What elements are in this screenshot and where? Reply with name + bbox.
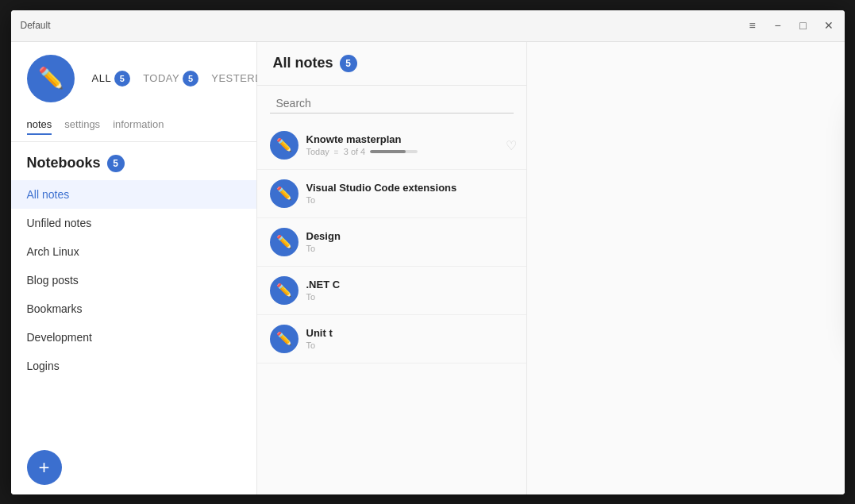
sidebar-item-development[interactable]: Development — [11, 323, 256, 352]
note-date-3: To — [306, 292, 316, 302]
tab-information[interactable]: information — [113, 118, 164, 135]
filter-tab-today[interactable]: TODAY 5 — [137, 67, 205, 90]
filter-tab-today-badge: 5 — [183, 71, 198, 87]
notebooks-count: 5 — [107, 155, 125, 172]
note-avatar-3: ✏️ — [270, 276, 298, 305]
note-title-2: Design — [306, 230, 514, 242]
notes-header: All notes 5 — [257, 42, 526, 86]
sub-tabs: notes settings information — [11, 112, 256, 142]
pencil-icon: ✏️ — [38, 66, 64, 90]
note-title-4: Unit t — [306, 327, 514, 339]
menu-icon[interactable]: ≡ — [746, 19, 759, 32]
heart-icon-0[interactable]: ♡ — [506, 137, 517, 152]
pencil-icon-2: ✏️ — [276, 234, 292, 249]
notes-panel: All notes 5 ✏️ Knowte masterplan Today ≡… — [257, 42, 527, 494]
note-title-1: Visual Studio Code extensions — [306, 182, 514, 194]
note-date-4: To — [306, 340, 316, 350]
sidebar-item-arch-linux[interactable]: Arch Linux — [11, 237, 256, 266]
note-date-2: To — [306, 244, 316, 253]
filter-tab-all-badge: 5 — [114, 71, 130, 87]
note-item-design[interactable]: ✏️ Design To — [257, 218, 526, 267]
note-info-4: Unit t To — [306, 327, 514, 350]
right-area: Development ≡ − □ ✕ ✏️ Knowte masterplan — [527, 42, 845, 494]
note-date-0: Today — [306, 147, 329, 156]
note-meta-4: To — [306, 340, 514, 350]
sidebar: ✏️ ALL 5 TODAY 5 YESTERDAY 0 — [11, 42, 257, 494]
main-content: ✏️ ALL 5 TODAY 5 YESTERDAY 0 — [11, 42, 845, 494]
note-meta-2: To — [306, 244, 514, 253]
notebooks-title: Notebooks — [27, 155, 101, 171]
filter-tab-all-label: ALL — [92, 72, 112, 84]
minimize-icon[interactable]: − — [772, 19, 784, 32]
titlebar-default-label: Default — [21, 20, 51, 31]
note-title-3: .NET C — [306, 279, 514, 290]
tab-settings[interactable]: settings — [64, 118, 100, 135]
pencil-icon-0: ✏️ — [276, 137, 292, 152]
close-icon[interactable]: ✕ — [822, 19, 835, 32]
search-input[interactable] — [270, 94, 514, 113]
note-meta-3: To — [306, 292, 514, 302]
notebooks-header: Notebooks 5 — [11, 142, 256, 180]
sidebar-item-unfiled-notes[interactable]: Unfiled notes — [11, 209, 256, 237]
note-item-dotnet[interactable]: ✏️ .NET C To — [257, 267, 526, 315]
tab-notes[interactable]: notes — [27, 118, 52, 135]
note-progress-bar-0 — [370, 150, 418, 153]
note-sep-icon-0: ≡ — [334, 148, 339, 156]
add-notebook-button[interactable]: + — [27, 450, 62, 485]
sidebar-item-all-notes[interactable]: All notes — [11, 180, 256, 209]
note-date-1: To — [306, 195, 316, 205]
titlebar-controls: ≡ − □ ✕ — [746, 19, 835, 32]
notes-count: 5 — [340, 55, 357, 72]
note-progress-0: 3 of 4 — [344, 147, 366, 156]
note-info-3: .NET C To — [306, 279, 514, 302]
sidebar-item-bookmarks[interactable]: Bookmarks — [11, 294, 256, 323]
note-info-1: Visual Studio Code extensions To — [306, 182, 514, 205]
note-avatar-0: ✏️ — [270, 131, 298, 160]
note-progress-fill-0 — [370, 150, 406, 153]
pencil-icon-3: ✏️ — [276, 283, 292, 298]
note-avatar-1: ✏️ — [270, 179, 298, 208]
note-info-0: Knowte masterplan Today ≡ 3 of 4 — [306, 133, 514, 156]
note-info-2: Design To — [306, 230, 514, 253]
note-title-0: Knowte masterplan — [306, 133, 514, 145]
sidebar-header: ✏️ ALL 5 TODAY 5 YESTERDAY 0 — [11, 42, 256, 112]
filter-tab-today-label: TODAY — [143, 72, 179, 84]
note-item-unit[interactable]: ✏️ Unit t To — [257, 315, 526, 364]
sidebar-item-blog-posts[interactable]: Blog posts — [11, 266, 256, 294]
search-container — [257, 86, 526, 121]
note-meta-0: Today ≡ 3 of 4 — [306, 147, 514, 156]
sidebar-item-logins[interactable]: Logins — [11, 352, 256, 380]
filter-tab-all[interactable]: ALL 5 — [86, 67, 137, 90]
pencil-icon-1: ✏️ — [276, 186, 292, 201]
app-window: Default ≡ − □ ✕ ✏️ ALL 5 TODA — [11, 10, 845, 494]
notebook-list: All notes Unfiled notes Arch Linux Blog … — [11, 180, 256, 441]
maximize-icon[interactable]: □ — [797, 19, 810, 32]
note-avatar-2: ✏️ — [270, 228, 298, 256]
note-avatar-4: ✏️ — [270, 325, 298, 353]
titlebar: Default ≡ − □ ✕ — [11, 10, 845, 42]
note-item-knowte-masterplan[interactable]: ✏️ Knowte masterplan Today ≡ 3 of 4 ♡ — [257, 121, 526, 170]
note-meta-1: To — [306, 195, 514, 205]
notes-title: All notes — [273, 55, 333, 71]
avatar: ✏️ — [27, 55, 75, 102]
pencil-icon-4: ✏️ — [276, 331, 292, 346]
note-item-vscode[interactable]: ✏️ Visual Studio Code extensions To — [257, 170, 526, 218]
